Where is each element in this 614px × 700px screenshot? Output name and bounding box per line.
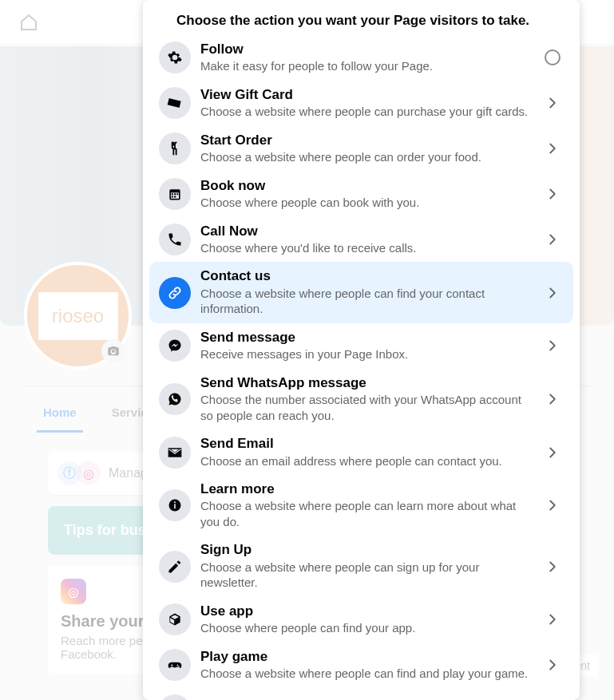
messenger-icon [159,330,191,362]
option-title: Send WhatsApp message [200,375,532,391]
option-description: Choose where people can find your app. [200,620,532,636]
gear-icon [159,42,191,73]
option-book-now[interactable]: Book nowChoose where people can book wit… [149,172,573,217]
option-title: Sign Up [200,542,532,558]
cube-icon [159,603,191,635]
chevron-right-icon [541,611,564,628]
option-description: Choose the number associated with your W… [200,392,532,423]
option-description: Choose a website where people can learn … [200,498,532,529]
option-view-gift-card[interactable]: View Gift CardChoose a website where peo… [149,81,573,126]
option-use-app[interactable]: Use appChoose where people can find your… [149,597,573,643]
option-title: View Gift Card [200,87,532,103]
whatsapp-icon [159,383,191,415]
chevron-right-icon [541,140,564,157]
option-title: Send Email [200,436,532,452]
option-send-message[interactable]: Send messageReceive messages in your Pag… [149,323,573,369]
chevron-right-icon [541,496,564,514]
option-description: Receive messages in your Page Inbox. [200,346,532,362]
option-follow[interactable]: FollowMake it easy for people to follow … [149,35,573,81]
option-description: Choose an email address where people can… [200,453,532,469]
option-description: Choose a website where people can purcha… [200,104,532,120]
play-icon [159,694,191,700]
pencil-icon [159,551,191,583]
option-title: Play game [200,649,532,665]
option-description: Choose where you'd like to receive calls… [200,240,532,256]
option-title: Follow [200,42,532,57]
info-icon [159,489,191,521]
option-description: Choose where people can book with you. [200,195,532,211]
chevron-right-icon [541,656,564,674]
option-start-order[interactable]: Start OrderChoose a website where people… [149,126,573,172]
options-list: FollowMake it easy for people to follow … [143,35,580,700]
utensils-icon [159,132,191,164]
dialog-title: Choose the action you want your Page vis… [143,0,580,35]
envelope-icon [159,437,191,469]
action-button-dialog: Choose the action you want your Page vis… [143,0,580,700]
option-title: Book now [200,178,532,194]
calendar-icon [159,178,191,210]
option-title: Learn more [200,481,532,497]
link-icon [159,277,191,309]
option-description: Make it easy for people to follow your P… [200,58,532,74]
option-title: Call Now [200,223,532,239]
option-title: Use app [200,603,532,619]
chevron-right-icon [541,185,564,203]
chevron-right-icon [541,390,564,408]
phone-icon [159,223,191,255]
option-contact-us[interactable]: Contact usChoose a website where people … [149,262,573,322]
option-send-email[interactable]: Send EmailChoose an email address where … [149,429,573,475]
chevron-right-icon [541,337,564,354]
radio-unselected [541,49,564,65]
option-description: Choose a website where people can find y… [200,286,532,317]
ticket-icon [159,87,191,119]
gamepad-icon [159,649,191,681]
chevron-right-icon [541,94,564,112]
option-learn-more[interactable]: Learn moreChoose a website where people … [149,475,573,536]
option-call-now[interactable]: Call NowChoose where you'd like to recei… [149,217,573,263]
option-title: Send message [200,330,532,346]
chevron-right-icon [541,231,564,248]
option-watch-video[interactable]: Watch video [149,688,573,700]
option-description: Choose a website where people can find a… [200,666,532,682]
option-sign-up[interactable]: Sign UpChoose a website where people can… [149,536,573,596]
option-title: Start Order [200,132,532,148]
chevron-right-icon [541,444,564,461]
option-send-whatsapp[interactable]: Send WhatsApp messageChoose the number a… [149,369,573,429]
option-description: Choose a website where people can order … [200,149,532,165]
option-title: Contact us [200,268,532,284]
option-play-game[interactable]: Play gameChoose a website where people c… [149,643,573,688]
chevron-right-icon [541,284,564,302]
option-description: Choose a website where people can sign u… [200,560,532,591]
chevron-right-icon [541,558,564,575]
